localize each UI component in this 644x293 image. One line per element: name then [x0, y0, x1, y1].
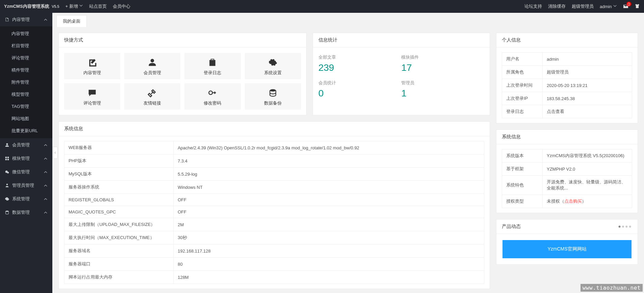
sidebar-section-label: 管理员管理 — [12, 182, 34, 188]
sidebar-section[interactable]: 数据管理 — [0, 206, 52, 219]
section-icon — [5, 210, 9, 215]
sidebar-item[interactable]: 内容管理 — [0, 28, 52, 40]
sidebar-section[interactable]: 模块管理 — [0, 152, 52, 165]
sidebar-item[interactable]: 网站地图 — [0, 113, 52, 125]
forum-support-link[interactable]: 论坛支持 — [524, 3, 542, 9]
info-key: 登录日志 — [502, 105, 543, 118]
shortcut-item[interactable]: 登录日志 — [184, 53, 240, 79]
info-value: OFF — [174, 206, 484, 218]
sysinfo-title: 系统信息 — [59, 122, 490, 136]
gear-icon — [268, 58, 278, 67]
mail-button[interactable]: 0 — [623, 4, 628, 9]
key-icon — [208, 88, 217, 97]
shortcut-label: 数据备份 — [264, 100, 282, 106]
info-value: 2020-05-20 13:19:21 — [543, 79, 632, 92]
info-key: 脚本运行占用最大内存 — [65, 271, 174, 284]
table-row: 基于框架YZMPHP V2.0 — [502, 163, 632, 176]
buy-license-link[interactable]: 点击购买 — [564, 199, 582, 204]
info-value: OFF — [174, 194, 484, 206]
chevron-down-icon — [613, 4, 617, 8]
news-card: 产品动态 ●●●● YzmCMS官网网站 — [496, 219, 638, 265]
view-log-link[interactable]: 点击查看 — [547, 109, 564, 114]
shortcut-item[interactable]: 评论管理 — [64, 83, 120, 110]
clear-cache-link[interactable]: 清除缓存 — [548, 3, 566, 9]
sidebar-section-label: 模块管理 — [12, 155, 30, 162]
table-row: 服务器端口80 — [65, 258, 484, 271]
info-value: 30秒 — [174, 231, 484, 244]
stat-label: 全部文章 — [318, 54, 402, 60]
shortcut-label: 评论管理 — [83, 100, 101, 106]
member-center-link[interactable]: 会员中心 — [113, 3, 130, 9]
sidebar-item[interactable]: 批量更新URL — [0, 125, 52, 137]
sidebar-item[interactable]: 栏目管理 — [0, 40, 52, 52]
table-row: 服务器域名192.168.117.128 — [65, 244, 484, 258]
chevron-up-icon — [44, 210, 48, 214]
site-home-link[interactable]: 站点首页 — [89, 3, 107, 9]
sidebar-section[interactable]: 微信管理 — [0, 165, 52, 179]
sidebar-item[interactable]: 模型管理 — [0, 88, 52, 100]
info-key: MySQL版本 — [65, 168, 174, 181]
table-row: 所属角色超级管理员 — [502, 66, 632, 79]
user-menu[interactable]: admin — [600, 4, 617, 9]
info-value: 192.168.117.128 — [174, 244, 484, 258]
sidebar-item[interactable]: 评论管理 — [0, 52, 52, 64]
tab-bar: 我的桌面 — [52, 13, 644, 27]
sidebar-collapse-handle[interactable] — [52, 147, 58, 159]
info-key: MAGIC_QUOTES_GPC — [65, 206, 174, 218]
section-icon — [5, 183, 9, 188]
section-icon — [5, 143, 9, 147]
comment-icon — [87, 88, 97, 97]
official-site-link[interactable]: YzmCMS官网网站 — [503, 240, 632, 258]
table-row: PHP版本7.3.4 — [65, 154, 484, 168]
sidebar-section[interactable]: 管理员管理 — [0, 179, 52, 192]
tab-desktop[interactable]: 我的桌面 — [56, 15, 87, 27]
stat-value: 239 — [318, 62, 402, 73]
info-value: 5.5.29-log — [174, 168, 484, 181]
info-key: 用户名 — [502, 53, 543, 66]
personal-table: 用户名admin所属角色超级管理员上次登录时间2020-05-20 13:19:… — [502, 52, 632, 118]
user-icon — [148, 58, 157, 67]
info-key: 服务器域名 — [65, 244, 174, 258]
mail-count-badge: 0 — [626, 2, 631, 6]
sidebar-section-label: 系统管理 — [12, 196, 30, 202]
info-value: YZMPHP V2.0 — [543, 163, 632, 176]
personal-title: 个人信息 — [496, 33, 638, 48]
table-row: 登录日志点击查看 — [502, 105, 632, 118]
sysmeta-card: 系统信息 系统版本YzmCMS内容管理系统 V5.5(20200106)基于框架… — [496, 129, 638, 213]
stat-value: 0 — [318, 88, 402, 99]
shortcut-label: 内容管理 — [83, 70, 101, 76]
sidebar-item[interactable]: 稿件管理 — [0, 64, 52, 76]
sidebar-section-label: 微信管理 — [12, 169, 30, 175]
info-key: 服务器操作系统 — [65, 181, 174, 194]
shortcut-item[interactable]: 数据备份 — [245, 83, 301, 110]
info-value: Windows NT — [174, 181, 484, 194]
chevron-up-icon — [44, 18, 48, 22]
shortcut-item[interactable]: 会员管理 — [124, 53, 180, 79]
shortcut-item[interactable]: 修改密码 — [184, 83, 240, 110]
info-key: WEB服务器 — [65, 141, 174, 154]
table-row: 上次登录IP183.58.245.38 — [502, 92, 632, 105]
theme-button[interactable] — [635, 3, 640, 10]
carousel-dots[interactable]: ●●●● — [618, 224, 632, 229]
shortcut-item[interactable]: 内容管理 — [64, 53, 120, 79]
sidebar-section[interactable]: 内容管理 — [0, 13, 52, 26]
shortcut-item[interactable]: 系统设置 — [245, 53, 301, 79]
info-value: admin — [543, 53, 632, 66]
table-row: 服务器操作系统Windows NT — [65, 181, 484, 194]
logo: YzmCMS内容管理系统 V5.5 — [4, 3, 59, 9]
sysmeta-title: 系统信息 — [496, 130, 638, 144]
shortcut-item[interactable]: 友情链接 — [124, 83, 180, 110]
info-value: 点击查看 — [543, 105, 632, 118]
table-row: 最大执行时间（MAX_EXECUTION_TIME）30秒 — [65, 231, 484, 244]
info-key: 最大执行时间（MAX_EXECUTION_TIME） — [65, 231, 174, 244]
info-key: 上次登录IP — [502, 92, 543, 105]
sidebar-section[interactable]: 系统管理 — [0, 192, 52, 206]
sidebar-section[interactable]: 会员管理 — [0, 138, 52, 152]
section-icon — [5, 156, 9, 161]
sysinfo-card: 系统信息 WEB服务器Apache/2.4.39 (Win32) OpenSSL… — [58, 121, 490, 289]
link-icon — [148, 88, 157, 97]
sidebar-item[interactable]: 附件管理 — [0, 76, 52, 88]
info-key: 上次登录时间 — [502, 79, 543, 92]
sidebar-item[interactable]: TAG管理 — [0, 100, 52, 113]
add-new-menu[interactable]: + 新增 — [66, 3, 83, 9]
